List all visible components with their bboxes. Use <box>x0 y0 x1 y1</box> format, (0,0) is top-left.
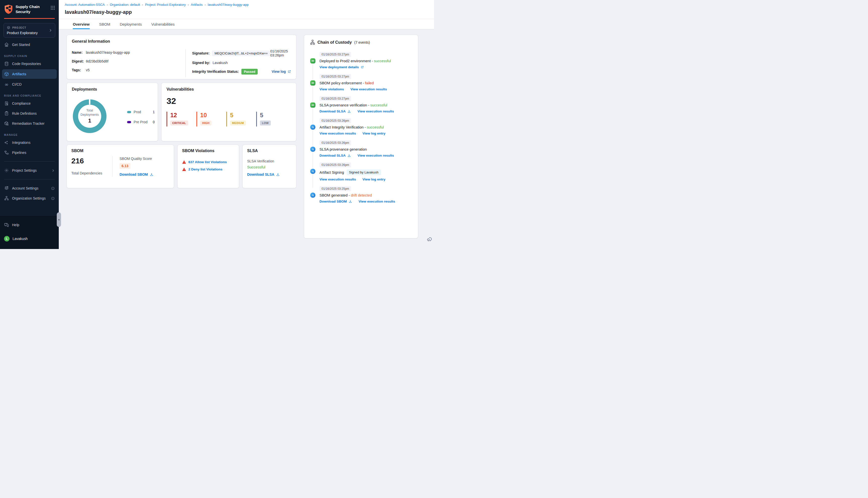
total-dependencies-count: 216 <box>71 157 112 165</box>
sidebar-item-artifacts[interactable]: Artifacts <box>2 69 57 79</box>
sidebar-item-get-started[interactable]: Get Started <box>0 40 59 50</box>
total-dependencies-label: Total Dependencies <box>71 171 112 175</box>
app-title: Supply Chain Security <box>16 4 42 14</box>
app-logo-shield-icon <box>4 4 13 14</box>
event-title: Artifact Signing <box>320 170 344 174</box>
breadcrumb-project[interactable]: Project: Product Exploratory <box>145 3 186 6</box>
download-sbom-link[interactable]: Download SBOM <box>119 172 154 176</box>
sidebar-item-code-repositories[interactable]: Code Repositories <box>0 59 59 69</box>
breadcrumb-account[interactable]: Account: Automation-SSCA <box>65 3 105 6</box>
card-title: Deployments <box>72 87 153 92</box>
card-title: SBOM <box>71 148 169 153</box>
sidebar-item-label: Code Repositories <box>12 62 41 66</box>
integrations-icon <box>4 140 9 145</box>
feedback-chat-icon[interactable] <box>426 236 433 243</box>
custody-event-2: 01/16/2025 03:27pm SBOM policy enforceme… <box>310 74 412 91</box>
event-status: drift detected <box>351 193 372 197</box>
download-icon <box>347 110 351 113</box>
donut-center-value: 1 <box>88 117 91 124</box>
view-execution-results-link[interactable]: View execution results <box>358 154 394 157</box>
event-timestamp: 01/16/2025 03:26pm <box>320 140 351 145</box>
view-log-link[interactable]: View log <box>272 69 291 74</box>
sidebar-item-compliance[interactable]: Compliance <box>0 99 59 108</box>
custody-event-7: 01/16/2025 03:25pm SBOM generated - drif… <box>310 186 412 203</box>
view-deployment-details-link[interactable]: View deployment details <box>320 65 364 69</box>
box-wrench-icon <box>4 121 9 126</box>
layers-gear-icon <box>4 186 9 191</box>
sidebar-item-label: Rule Definitions <box>12 112 37 116</box>
breadcrumb: Account: Automation-SSCA › Organization:… <box>65 3 428 6</box>
view-log-entry-link[interactable]: View log entry <box>362 132 385 135</box>
sidebar-item-account-settings[interactable]: Account Settings <box>0 183 59 193</box>
custody-event-6: 01/16/2025 03:26pm Artifact Signing Sign… <box>310 162 412 181</box>
severity-badge: MEDIUM <box>230 120 246 126</box>
external-link-icon <box>288 70 291 73</box>
module-grid-icon[interactable] <box>50 5 55 10</box>
event-status: failed <box>365 81 374 85</box>
download-slsa-link[interactable]: Download SLSA <box>247 172 280 176</box>
chain-events-count: (7 events) <box>354 40 370 44</box>
sidebar-item-integrations[interactable]: Integrations <box>0 137 59 148</box>
scan-event-icon <box>310 124 315 130</box>
download-sbom-link[interactable]: Download SBOM <box>320 199 352 203</box>
sidebar-nav: Get Started SUPPLY CHAIN Code Repositori… <box>0 40 59 158</box>
deny-list-violations-link[interactable]: 2 Deny list Violations <box>189 167 222 171</box>
sbom-quality-score-label: SBOM Quality Score <box>119 157 169 161</box>
view-log-entry-link[interactable]: View log entry <box>362 178 385 181</box>
sidebar-item-organization-settings[interactable]: Organization Settings <box>0 193 59 205</box>
tab-vulnerabilities[interactable]: Vulnerabilities <box>151 19 174 29</box>
sidebar-collapse-handle[interactable] <box>57 212 61 227</box>
signature-value[interactable]: MEQCICde2VjIT...bL+2+mqnOXw== <box>212 51 270 56</box>
accent-divider <box>4 18 55 19</box>
sidebar-item-rule-definitions[interactable]: Rule Definitions <box>0 108 59 118</box>
sidebar-item-label: Project Settings <box>12 168 37 172</box>
view-execution-results-link[interactable]: View execution results <box>350 87 387 91</box>
deployments-donut-chart: Total Deployments 1 <box>73 100 106 133</box>
page-title: lavakush07/easy-buggy-app <box>65 9 428 15</box>
event-timestamp: 01/16/2025 03:26pm <box>320 118 351 123</box>
sbom-violations-card: SBOM Violations 637 Allow list Violation… <box>177 145 239 188</box>
sidebar-item-user[interactable]: L Lavakush <box>0 233 59 244</box>
sbom-card: SBOM 216 Total Dependencies SBOM Quality… <box>67 145 174 188</box>
deny-list-violations-row: 2 Deny list Violations <box>182 167 234 171</box>
signature-label: Signature: <box>192 51 209 55</box>
severity-badge: LOW <box>260 120 271 126</box>
card-title: SBOM Violations <box>182 148 234 153</box>
view-violations-link[interactable]: View violations <box>320 87 344 91</box>
allow-list-violations-link[interactable]: 637 Allow list Violations <box>189 160 227 164</box>
breadcrumb-organization[interactable]: Organization: default <box>110 3 140 6</box>
view-execution-results-link[interactable]: View execution results <box>320 132 356 135</box>
breadcrumb-artifact-name[interactable]: lavakush07/easy-buggy-app <box>208 3 249 6</box>
project-selector[interactable]: PROJECT Product Exploratory <box>3 23 55 38</box>
custody-event-3: 01/16/2025 03:27pm SLSA provenance verif… <box>310 96 412 113</box>
download-slsa-link[interactable]: Download SLSA <box>320 109 351 113</box>
vulnerabilities-card: Vulnerabilities 32 12 CRITICAL 10 HIGH 5 <box>161 82 296 141</box>
view-execution-results-link[interactable]: View execution results <box>359 199 395 203</box>
sidebar-item-help[interactable]: Help <box>0 220 59 230</box>
info-icon <box>51 197 55 200</box>
tab-deployments[interactable]: Deployments <box>120 19 142 29</box>
breadcrumb-artifacts[interactable]: Artifacts <box>191 3 203 6</box>
user-name: Lavakush <box>13 237 28 241</box>
sidebar-item-label: Help <box>12 223 20 227</box>
sidebar-item-pipelines[interactable]: Pipelines <box>0 148 59 158</box>
tab-overview[interactable]: Overview <box>73 19 90 29</box>
view-execution-results-link[interactable]: View execution results <box>320 178 356 181</box>
slsa-verification-label: SLSA Verification <box>247 159 292 163</box>
tab-sbom[interactable]: SBOM <box>99 19 110 29</box>
sidebar-item-cicd[interactable]: ∞ CI/CD <box>0 79 59 89</box>
view-execution-results-link[interactable]: View execution results <box>358 109 394 113</box>
download-slsa-link[interactable]: Download SLSA <box>320 154 351 157</box>
signature-date: 01/16/2025 03:26pm <box>270 49 291 57</box>
chevron-right-icon <box>51 169 55 172</box>
download-icon <box>276 173 280 176</box>
breadcrumb-separator: › <box>205 3 206 6</box>
sidebar-item-remediation-tracker[interactable]: Remediation Tracker <box>0 118 59 129</box>
hierarchy-icon <box>310 40 315 45</box>
sbom-quality-score-value: 6.13 <box>119 163 130 169</box>
tags-value: v5 <box>86 68 90 72</box>
sidebar-item-project-settings[interactable]: Project Settings <box>0 166 59 175</box>
main-area: Account: Automation-SSCA › Organization:… <box>59 0 434 249</box>
event-status: successful <box>370 103 387 107</box>
scan-event-icon <box>310 193 315 198</box>
